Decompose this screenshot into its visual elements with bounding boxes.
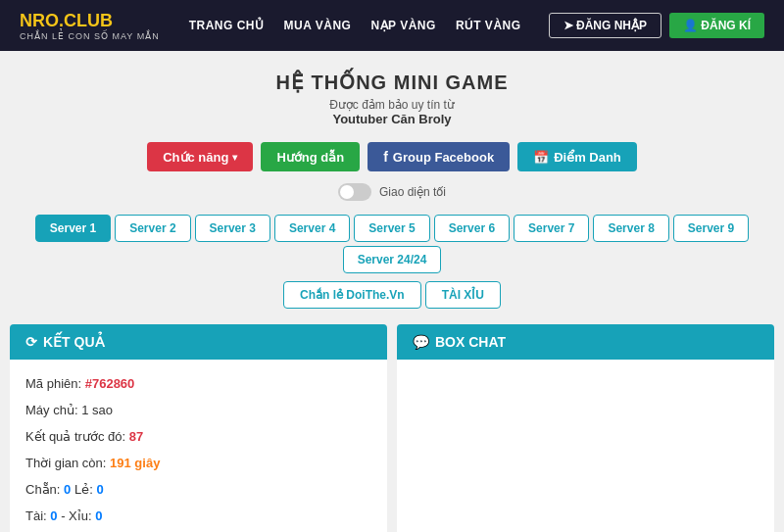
header-buttons: ➤ ĐĂNG NHẬP 👤 ĐĂNG KÍ xyxy=(549,13,764,38)
server-tab-5[interactable]: Server 5 xyxy=(354,215,429,242)
title-section: HỆ THỐNG MINI GAME Được đảm bảo uy tín t… xyxy=(10,71,774,126)
action-buttons: Chức năng Hướng dẫn f Group Facebook 📅 Đ… xyxy=(10,142,774,171)
thoi-gian-label: Thời gian còn: xyxy=(25,456,106,470)
login-button[interactable]: ➤ ĐĂNG NHẬP xyxy=(549,13,662,38)
chan-le-row: Chẵn: 0 Lẻ: 0 xyxy=(25,479,371,501)
chat-panel-body xyxy=(397,360,774,532)
nav-trangchu[interactable]: TRANG CHỦ xyxy=(189,19,265,32)
logo-subtitle: CHẮN LẺ CON SỐ MAY MẮN xyxy=(20,31,160,41)
toggle-row: Giao diện tối xyxy=(10,183,774,201)
nav-napvang[interactable]: NẠP VÀNG xyxy=(370,19,435,32)
main-nav: TRANG CHỦ MUA VÀNG NẠP VÀNG RÚT VÀNG xyxy=(189,19,549,32)
chat-panel-title: BOX CHAT xyxy=(435,334,506,350)
server-tab-2424[interactable]: Server 24/24 xyxy=(343,246,442,273)
logo-text: NRO.CLUB xyxy=(20,11,160,31)
server-tabs: Server 1 Server 2 Server 3 Server 4 Serv… xyxy=(10,215,774,273)
chat-panel-header: 💬 BOX CHAT xyxy=(397,324,774,360)
tai-xiu-row: Tài: 0 - Xỉu: 0 xyxy=(25,506,371,527)
result-panel-title: KẾT QUẢ xyxy=(43,334,105,350)
facebook-icon: f xyxy=(383,149,388,165)
may-chu-row: Máy chủ: 1 sao xyxy=(25,400,371,421)
le-value: 0 xyxy=(96,482,103,497)
tai-value: 0 xyxy=(50,508,57,523)
panels: ⟳ KẾT QUẢ Mã phiên: #762860 Máy chủ: 1 s… xyxy=(10,324,774,532)
server-tab-2[interactable]: Server 2 xyxy=(115,215,190,242)
server-tab-3[interactable]: Server 3 xyxy=(195,215,270,242)
server-tab-8[interactable]: Server 8 xyxy=(593,215,668,242)
chucnang-button[interactable]: Chức năng xyxy=(147,142,253,171)
youtuber-name: Youtuber Căn Broly xyxy=(10,112,774,126)
huongdan-button[interactable]: Hướng dẫn xyxy=(261,142,360,171)
server-tab-1[interactable]: Server 1 xyxy=(35,215,111,242)
result-panel-header: ⟳ KẾT QUẢ xyxy=(10,324,387,360)
server-tab-4[interactable]: Server 4 xyxy=(274,215,350,242)
tai-label: Tài: xyxy=(25,508,47,523)
result-icon: ⟳ xyxy=(25,334,37,350)
register-button[interactable]: 👤 ĐĂNG KÍ xyxy=(669,13,764,38)
calendar-icon: 📅 xyxy=(533,150,549,165)
server-tab-6[interactable]: Server 6 xyxy=(434,215,510,242)
chat-panel: 💬 BOX CHAT xyxy=(397,324,774,532)
toggle-label: Giao diện tối xyxy=(379,185,446,199)
ma-phien-value: #762860 xyxy=(85,376,135,391)
main-content: HỆ THỐNG MINI GAME Được đảm bảo uy tín t… xyxy=(0,51,784,532)
sub-tabs: Chắn lẻ DoiThe.Vn TÀI XỈU xyxy=(10,281,774,309)
thoi-gian-row: Thời gian còn: 191 giây xyxy=(25,453,371,474)
subtab-chanle[interactable]: Chắn lẻ DoiThe.Vn xyxy=(283,281,421,309)
ma-phien-label: Mã phiên: xyxy=(25,376,81,391)
chat-icon: 💬 xyxy=(413,334,429,350)
server-tab-7[interactable]: Server 7 xyxy=(514,215,589,242)
page-title: HỆ THỐNG MINI GAME xyxy=(10,71,774,94)
diemdanh-button[interactable]: 📅 Điểm Danh xyxy=(517,142,637,171)
nav-rutvang[interactable]: RÚT VÀNG xyxy=(456,19,521,32)
result-panel: ⟳ KẾT QUẢ Mã phiên: #762860 Máy chủ: 1 s… xyxy=(10,324,387,532)
ma-phien-row: Mã phiên: #762860 xyxy=(25,373,371,395)
chan-label: Chẵn: xyxy=(25,482,60,497)
facebook-button[interactable]: f Group Facebook xyxy=(368,142,510,171)
page-subtitle: Được đảm bảo uy tín từ xyxy=(10,98,774,112)
xiu-value: 0 xyxy=(95,508,102,523)
nav-muavang[interactable]: MUA VÀNG xyxy=(284,19,352,32)
xiu-label: - Xỉu: xyxy=(61,508,91,523)
le-label: Lẻ: xyxy=(74,482,93,497)
ket-qua-label: Kết quả trước đó: xyxy=(25,429,125,444)
dark-mode-toggle[interactable] xyxy=(338,183,371,201)
server-tab-9[interactable]: Server 9 xyxy=(673,215,749,242)
subtab-taixiu[interactable]: TÀI XỈU xyxy=(425,281,501,309)
may-chu-value: 1 sao xyxy=(81,403,113,417)
header: NRO.CLUB CHẮN LẺ CON SỐ MAY MẮN TRANG CH… xyxy=(0,0,784,51)
chan-value: 0 xyxy=(64,482,71,497)
may-chu-label: Máy chủ: xyxy=(25,403,78,417)
result-panel-body: Mã phiên: #762860 Máy chủ: 1 sao Kết quả… xyxy=(10,360,387,532)
logo: NRO.CLUB CHẮN LẺ CON SỐ MAY MẮN xyxy=(20,11,160,41)
thoi-gian-value: 191 giây xyxy=(110,456,160,470)
ket-qua-row: Kết quả trước đó: 87 xyxy=(25,426,371,448)
ket-qua-value: 87 xyxy=(129,429,143,444)
